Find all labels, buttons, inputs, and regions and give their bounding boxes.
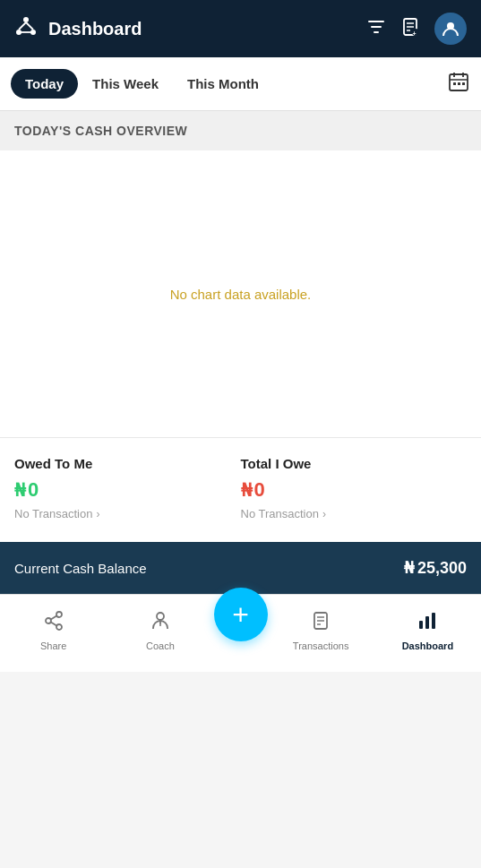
transactions-icon	[310, 610, 331, 637]
svg-rect-18	[458, 82, 460, 85]
share-label: Share	[40, 640, 66, 651]
total-i-owe-value: 0	[254, 478, 265, 502]
chart-area: No chart data available.	[0, 150, 481, 437]
nav-share[interactable]: Share	[0, 610, 107, 651]
filter-icon[interactable]	[366, 17, 386, 41]
section-title: TODAY'S CASH OVERVIEW	[0, 111, 481, 150]
balance-bar: Current Cash Balance ₦ 25,300	[0, 542, 481, 594]
total-i-owe-label: Total I Owe	[241, 456, 468, 471]
svg-line-4	[26, 22, 33, 30]
balance-naira-symbol: ₦	[404, 558, 414, 578]
nav-coach[interactable]: Coach	[107, 610, 213, 651]
tab-today[interactable]: Today	[11, 69, 78, 99]
owed-to-me-value: 0	[28, 478, 39, 502]
time-period-tabs: Today This Week This Month	[0, 57, 481, 111]
owed-to-me-chevron-icon: ›	[96, 508, 99, 520]
avatar[interactable]	[434, 13, 467, 45]
coach-label: Coach	[146, 640, 175, 651]
tab-this-week[interactable]: This Week	[78, 69, 173, 99]
total-i-owe-sub[interactable]: No Transaction ›	[241, 507, 468, 520]
svg-line-24	[50, 623, 56, 626]
svg-rect-33	[425, 616, 429, 629]
svg-point-27	[159, 624, 161, 626]
dashboard-icon	[417, 610, 438, 637]
header-actions: +	[366, 13, 467, 45]
chart-no-data-message: No chart data available.	[170, 287, 312, 302]
svg-rect-19	[462, 82, 465, 85]
nav-dashboard[interactable]: Dashboard	[374, 610, 481, 651]
bottom-navigation: Share Coach + Transactions	[0, 594, 481, 672]
svg-point-25	[157, 613, 164, 620]
balance-amount: ₦ 25,300	[404, 558, 467, 578]
total-i-owe-col: Total I Owe ₦ 0 No Transaction ›	[241, 456, 468, 520]
page-title: Dashboard	[48, 19, 366, 39]
network-icon	[14, 14, 38, 43]
svg-line-23	[50, 616, 56, 620]
document-icon[interactable]: +	[400, 17, 420, 41]
coach-icon	[150, 610, 171, 637]
tab-this-month[interactable]: This Month	[173, 69, 273, 99]
total-i-owe-naira-symbol: ₦	[241, 479, 253, 501]
dashboard-label: Dashboard	[402, 640, 453, 651]
nav-transactions[interactable]: Transactions	[268, 610, 374, 651]
total-i-owe-amount: ₦ 0	[241, 478, 468, 502]
owed-to-me-naira-symbol: ₦	[14, 479, 26, 501]
share-icon	[43, 610, 64, 637]
calendar-icon[interactable]	[447, 70, 470, 99]
svg-point-0	[23, 17, 29, 22]
owed-to-me-sub-label: No Transaction	[14, 507, 92, 520]
svg-point-22	[56, 624, 62, 630]
svg-point-20	[56, 612, 62, 617]
total-i-owe-chevron-icon: ›	[322, 508, 326, 520]
svg-rect-17	[453, 82, 456, 85]
balance-value: 25,300	[417, 559, 467, 578]
owed-to-me-col: Owed To Me ₦ 0 No Transaction ›	[14, 456, 241, 520]
svg-line-3	[19, 22, 26, 30]
owed-section: Owed To Me ₦ 0 No Transaction › Total I …	[0, 437, 481, 542]
balance-label: Current Cash Balance	[14, 561, 147, 576]
svg-rect-34	[432, 613, 435, 629]
owed-to-me-amount: ₦ 0	[14, 478, 241, 502]
svg-rect-32	[419, 621, 423, 629]
svg-point-21	[46, 618, 51, 623]
fab-add-button[interactable]: +	[214, 588, 268, 641]
app-header: Dashboard +	[0, 0, 481, 57]
total-i-owe-sub-label: No Transaction	[241, 507, 319, 520]
owed-to-me-sub[interactable]: No Transaction ›	[14, 507, 241, 520]
transactions-label: Transactions	[293, 640, 349, 651]
svg-text:+: +	[413, 30, 417, 36]
owed-to-me-label: Owed To Me	[14, 456, 241, 471]
